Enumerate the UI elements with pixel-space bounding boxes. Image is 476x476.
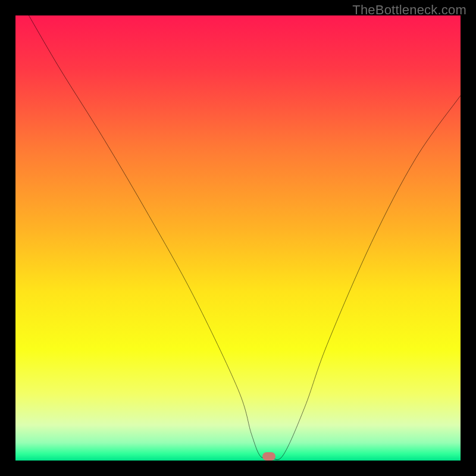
chart-plot-area (15, 15, 461, 461)
watermark-text: TheBottleneck.com (352, 2, 466, 18)
chart-minimum-marker (262, 452, 275, 461)
chart-curve (15, 15, 461, 461)
